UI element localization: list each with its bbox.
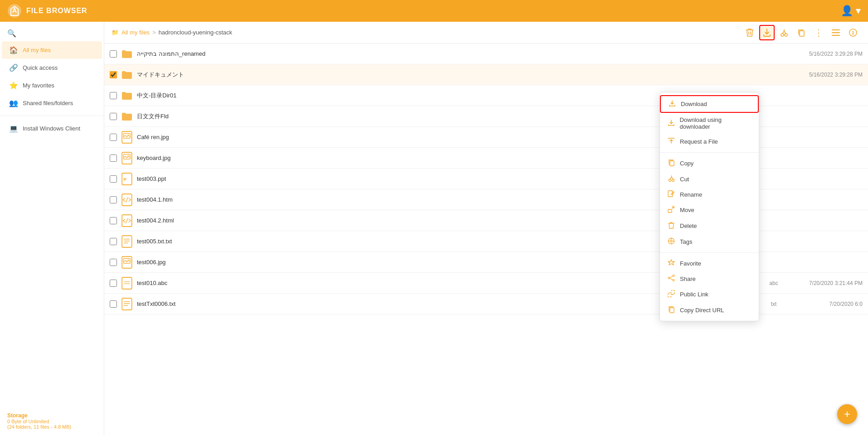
delete-button[interactable] bbox=[742, 25, 757, 40]
row-checkbox[interactable] bbox=[110, 300, 117, 308]
storage-title: Storage bbox=[7, 412, 97, 419]
context-menu-share[interactable]: Share bbox=[660, 271, 759, 286]
copy-url-icon bbox=[667, 306, 675, 314]
breadcrumb-current: hadroncloud-yuening-cstack bbox=[159, 29, 233, 36]
storage-info: Storage 0 Byte of Unlimited (24 folders,… bbox=[0, 407, 104, 435]
context-menu-move[interactable]: Move bbox=[660, 202, 759, 218]
context-divider-2 bbox=[660, 252, 759, 253]
storage-detail: 0 Byte of Unlimited bbox=[7, 419, 97, 424]
sidebar-item-quick-access[interactable]: 🔗 Quick access bbox=[2, 59, 102, 77]
cut-button[interactable] bbox=[776, 25, 792, 40]
sidebar-label-all-my-files: All my files bbox=[23, 47, 51, 53]
toolbar: ⋮ bbox=[742, 25, 861, 40]
rename-icon bbox=[667, 190, 675, 198]
request-file-icon bbox=[667, 137, 675, 146]
row-checkbox[interactable] bbox=[110, 71, 117, 78]
copy-button[interactable] bbox=[794, 25, 809, 40]
svg-rect-22 bbox=[122, 277, 132, 289]
context-label-public-link: Public Link bbox=[680, 291, 708, 298]
context-label-copy-direct-url: Copy Direct URL bbox=[680, 307, 724, 314]
sidebar-item-install-windows[interactable]: 💻 Install Windows Client bbox=[2, 120, 102, 137]
row-checkbox[interactable] bbox=[110, 134, 117, 141]
share-context-icon bbox=[667, 275, 675, 283]
context-menu-copy[interactable]: Copy bbox=[660, 155, 759, 171]
context-label-delete: Delete bbox=[680, 222, 697, 229]
svg-rect-4 bbox=[832, 29, 840, 30]
list-view-button[interactable] bbox=[828, 25, 844, 40]
copy-icon bbox=[667, 159, 675, 168]
context-label-favorite: Favorite bbox=[680, 260, 701, 267]
row-checkbox[interactable] bbox=[110, 155, 117, 162]
content-area: 📁 All my files > hadroncloud-yuening-cst… bbox=[104, 22, 868, 435]
row-checkbox[interactable] bbox=[110, 217, 117, 224]
row-checkbox[interactable] bbox=[110, 259, 117, 266]
svg-point-1 bbox=[781, 34, 784, 36]
download-button[interactable] bbox=[759, 25, 775, 40]
file-type: abc bbox=[765, 280, 783, 286]
context-divider-1 bbox=[660, 152, 759, 153]
info-button[interactable] bbox=[845, 25, 861, 40]
file-name[interactable]: マイドキュメント bbox=[137, 71, 786, 79]
context-menu: Download Download using downloader bbox=[659, 92, 759, 321]
row-checkbox[interactable] bbox=[110, 238, 117, 245]
sidebar-item-my-favorites[interactable]: ⭐ My favorites bbox=[2, 77, 102, 94]
file-date: 7/20/2020 3:21:44 PM bbox=[790, 280, 863, 286]
user-icon[interactable]: 👤 ▾ bbox=[841, 5, 861, 17]
search-icon: 🔍 bbox=[7, 29, 16, 38]
svg-point-35 bbox=[670, 240, 672, 242]
row-checkbox[interactable] bbox=[110, 175, 117, 183]
svg-point-30 bbox=[669, 179, 671, 182]
context-menu-public-link[interactable]: Public Link bbox=[660, 286, 759, 302]
context-menu-download-downloader[interactable]: Download using downloader bbox=[660, 113, 759, 134]
context-menu-favorite[interactable]: Favorite bbox=[660, 256, 759, 271]
context-menu-request-file[interactable]: Request a File bbox=[660, 134, 759, 150]
file-name[interactable]: test010.abc bbox=[137, 280, 727, 286]
code-file-icon bbox=[121, 213, 133, 228]
file-name[interactable]: testTxt0006.txt bbox=[137, 300, 727, 307]
context-menu-cut[interactable]: Cut bbox=[660, 171, 759, 187]
context-label-share: Share bbox=[680, 276, 696, 282]
topbar-left: FILE BROWSER bbox=[7, 4, 87, 18]
context-menu-copy-direct-url[interactable]: Copy Direct URL bbox=[660, 302, 759, 318]
context-label-download: Download bbox=[681, 101, 707, 107]
svg-rect-39 bbox=[670, 308, 674, 313]
svg-rect-16 bbox=[122, 236, 132, 247]
folder-icon bbox=[121, 88, 133, 103]
text-file-icon bbox=[121, 234, 133, 249]
row-checkbox[interactable] bbox=[110, 113, 117, 120]
breadcrumb-separator: > bbox=[152, 29, 156, 36]
folder-icon bbox=[121, 68, 133, 82]
context-menu-delete[interactable]: Delete bbox=[660, 218, 759, 234]
row-checkbox[interactable] bbox=[110, 92, 117, 99]
row-checkbox[interactable] bbox=[110, 196, 117, 203]
download-icon bbox=[668, 100, 676, 108]
context-label-copy: Copy bbox=[680, 160, 693, 167]
row-checkbox[interactable] bbox=[110, 280, 117, 287]
svg-rect-5 bbox=[832, 32, 840, 33]
more-button[interactable]: ⋮ bbox=[811, 25, 826, 40]
share-icon: 👥 bbox=[9, 99, 18, 107]
context-menu-tags[interactable]: Tags bbox=[660, 234, 759, 250]
svg-point-31 bbox=[672, 179, 674, 182]
context-menu-download[interactable]: Download bbox=[660, 95, 759, 113]
breadcrumb-root[interactable]: All my files bbox=[121, 29, 150, 36]
file-meta: 5/16/2022 3:29:28 PM bbox=[790, 72, 863, 78]
app-title: FILE BROWSER bbox=[26, 7, 87, 15]
sidebar-item-shared[interactable]: 👥 Shared files/folders bbox=[2, 94, 102, 112]
svg-rect-25 bbox=[122, 298, 132, 310]
file-date: 7/20/2020 6:0 bbox=[790, 301, 863, 307]
context-label-rename: Rename bbox=[680, 191, 702, 198]
file-name[interactable]: התמונה בתיקייה_renamed bbox=[137, 50, 786, 57]
generic-file-icon bbox=[121, 276, 133, 290]
sidebar-item-all-my-files[interactable]: 🏠 All my files bbox=[2, 41, 102, 59]
sidebar-label-shared: Shared files/folders bbox=[23, 100, 73, 106]
ppt-file-icon: P bbox=[121, 172, 133, 186]
context-menu-rename[interactable]: Rename bbox=[660, 187, 759, 202]
table-row: התמונה בתיקייה_renamed 5/16/2022 3:29:28… bbox=[104, 44, 868, 64]
fab-add-button[interactable]: + bbox=[837, 404, 857, 424]
folder-icon bbox=[121, 47, 133, 61]
row-checkbox[interactable] bbox=[110, 50, 117, 58]
search-button[interactable]: 🔍 bbox=[0, 25, 104, 41]
cut-icon bbox=[667, 175, 675, 183]
move-icon bbox=[667, 206, 675, 214]
